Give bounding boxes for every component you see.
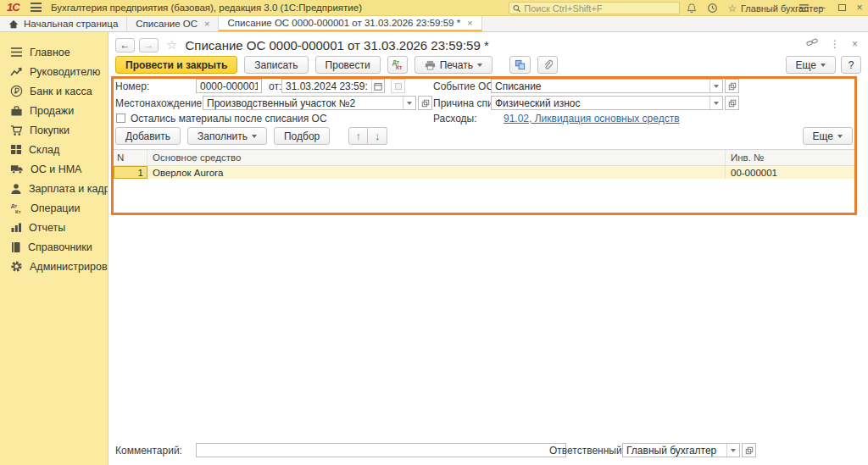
current-user[interactable]: Главный бухгалтер — [741, 3, 823, 14]
table-row[interactable]: 1 Оверлок Aurora 00-000001 — [114, 166, 854, 179]
number-input[interactable] — [197, 80, 261, 92]
move-down-button[interactable]: ↓ — [368, 127, 387, 145]
minimize-button[interactable]: – — [815, 2, 829, 14]
sidebar-item-os-i-nma[interactable]: ОС и НМА — [0, 159, 108, 179]
responsible-input[interactable] — [623, 444, 726, 457]
more-dots-icon[interactable]: ⋮ — [830, 38, 840, 50]
service-menu-icon[interactable] — [797, 2, 810, 14]
sidebar-item-operacii[interactable]: ДтКт Операции — [0, 198, 108, 218]
search-input[interactable] — [524, 3, 676, 14]
back-button[interactable]: ← — [115, 38, 135, 53]
reason-dropdown-button[interactable] — [709, 97, 722, 109]
sidebar-item-label: Руководителю — [30, 66, 100, 78]
show-postings-button[interactable]: ДтКт — [387, 56, 408, 74]
related-documents-button[interactable] — [509, 56, 531, 74]
add-row-button[interactable]: Добавить — [115, 127, 181, 145]
post-and-close-button[interactable]: Провести и закрыть — [115, 56, 237, 74]
table-more-button[interactable]: Еще — [803, 127, 853, 145]
attachments-button[interactable] — [537, 56, 558, 74]
forward-button[interactable]: → — [139, 38, 159, 53]
tab-spisanie-os-document[interactable]: Списание ОС 0000-000001 от 31.03.2026 23… — [219, 16, 481, 31]
sidebar-item-sklad[interactable]: Склад — [0, 140, 108, 159]
save-button[interactable]: Записать — [244, 56, 308, 74]
event-input[interactable] — [492, 80, 709, 92]
form-more-button[interactable]: Еще — [786, 56, 836, 74]
sidebar-item-administrirovanie[interactable]: Администрирование — [0, 257, 108, 276]
pick-button[interactable]: Подбор — [274, 127, 330, 145]
app-title: Бухгалтерия предприятия (базовая), редак… — [51, 3, 362, 13]
column-header-n[interactable]: N — [114, 150, 147, 165]
location-open-button[interactable] — [418, 96, 432, 110]
fill-button[interactable]: Заполнить — [187, 127, 267, 145]
sidebar-item-bank-i-kassa[interactable]: Банк и касса — [0, 81, 108, 101]
sidebar-item-glavnoe[interactable]: Главное — [0, 42, 108, 62]
post-button[interactable]: Провести — [315, 56, 381, 74]
date-field[interactable] — [281, 79, 385, 93]
close-form-icon[interactable]: × — [852, 38, 858, 50]
responsible-open-button[interactable] — [742, 443, 756, 457]
history-icon[interactable] — [705, 2, 719, 14]
tab-close-icon[interactable]: × — [204, 19, 209, 29]
cell-inv[interactable]: 00-000001 — [726, 166, 854, 179]
briefcase-icon — [10, 105, 23, 117]
comment-field[interactable] — [196, 443, 566, 457]
print-button[interactable]: Печать — [415, 56, 492, 74]
sidebar-item-label: ОС и НМА — [31, 163, 81, 175]
sidebar-item-label: Склад — [29, 144, 59, 156]
responsible-field[interactable] — [622, 443, 740, 457]
calendar-icon — [374, 82, 382, 91]
location-field[interactable] — [203, 96, 416, 110]
sidebar-item-prodazhi[interactable]: Продажи — [0, 101, 108, 120]
global-search[interactable] — [509, 2, 680, 14]
sidebar-item-zarplata-i-kadry[interactable]: Зарплата и кадры — [0, 179, 108, 198]
main-menu-icon[interactable] — [31, 3, 42, 12]
sidebar-item-label: Отчеты — [29, 222, 65, 234]
reason-open-button[interactable] — [725, 96, 739, 110]
column-header-inv[interactable]: Инв. № — [726, 150, 854, 165]
number-field[interactable] — [196, 79, 262, 93]
grid-icon — [10, 144, 22, 155]
cell-asset[interactable]: Оверлок Aurora — [147, 166, 726, 179]
title-bar: 1С Бухгалтерия предприятия (базовая), ре… — [0, 0, 868, 16]
location-dropdown-button[interactable] — [403, 97, 415, 109]
expenses-account-link[interactable]: 91.02, Ликвидация основных средств — [504, 113, 680, 125]
sidebar-item-rukovoditelyu[interactable]: Руководителю — [0, 62, 108, 81]
maximize-button[interactable] — [835, 2, 849, 14]
favorite-star-icon[interactable]: ☆ — [166, 37, 177, 53]
date-extra-button[interactable] — [391, 79, 405, 93]
tab-home[interactable]: Начальная страница — [0, 16, 127, 31]
event-field[interactable] — [491, 79, 723, 93]
truck-icon — [10, 163, 24, 174]
calendar-button[interactable] — [371, 80, 384, 92]
dropdown-caret-icon — [407, 102, 412, 105]
comment-input[interactable] — [197, 444, 565, 457]
notifications-bell-icon[interactable] — [685, 2, 698, 14]
svg-text:Дт: Дт — [11, 203, 17, 208]
help-button[interactable]: ? — [841, 56, 861, 74]
reason-input[interactable] — [492, 97, 709, 109]
tab-spisanie-os-list[interactable]: Списание ОС × — [127, 16, 219, 31]
chart-icon — [10, 222, 22, 233]
menu-icon — [10, 47, 23, 58]
get-link-icon[interactable] — [806, 37, 818, 50]
move-up-button[interactable]: ↑ — [348, 127, 368, 145]
tab-label: Списание ОС — [136, 19, 198, 29]
reason-field[interactable] — [491, 96, 723, 110]
date-input[interactable] — [282, 80, 371, 92]
tab-close-icon[interactable]: × — [467, 18, 472, 28]
sidebar-item-pokupki[interactable]: Покупки — [0, 120, 108, 140]
location-input[interactable] — [203, 97, 403, 109]
number-label: Номер: — [115, 80, 149, 92]
event-dropdown-button[interactable] — [709, 80, 722, 92]
row-order-buttons: ↑ ↓ — [348, 127, 387, 145]
sections-panel: Главное Руководителю Банк и касса Продаж… — [0, 32, 108, 465]
sidebar-item-otchety[interactable]: Отчеты — [0, 218, 108, 237]
materials-checkbox[interactable] — [116, 113, 125, 123]
favorites-star-icon[interactable]: ☆ — [726, 2, 739, 14]
close-window-button[interactable]: × — [853, 2, 866, 14]
column-header-asset[interactable]: Основное средство — [147, 150, 726, 165]
responsible-dropdown-button[interactable] — [726, 444, 739, 457]
sidebar-item-spravochniki[interactable]: Справочники — [0, 237, 108, 257]
cell-n[interactable]: 1 — [114, 166, 147, 179]
event-open-button[interactable] — [725, 79, 739, 93]
